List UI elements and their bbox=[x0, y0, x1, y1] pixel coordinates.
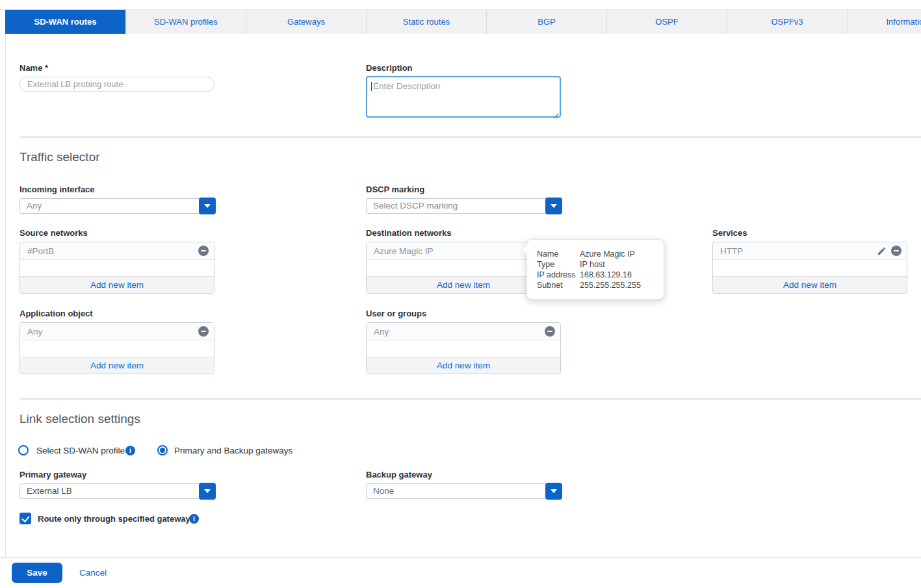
list-item: #PortB bbox=[20, 242, 214, 260]
tooltip-row-value: IP host bbox=[580, 259, 605, 270]
primary-gateway-label: Primary gateway bbox=[19, 470, 86, 480]
tab-bar: SD-WAN routes SD-WAN profiles Gateways S… bbox=[0, 9, 921, 34]
list-item-label: Azure Magic IP bbox=[374, 246, 545, 256]
radio-select-sdwan-profile[interactable] bbox=[18, 445, 29, 455]
cancel-button[interactable]: Cancel bbox=[79, 568, 107, 578]
chevron-down-icon[interactable] bbox=[199, 198, 216, 214]
edit-icon[interactable] bbox=[877, 246, 887, 256]
dscp-marking-dropdown[interactable]: Select DSCP marking bbox=[366, 198, 562, 214]
list-item: Any bbox=[20, 323, 214, 340]
source-networks-label: Source networks bbox=[19, 228, 88, 238]
route-only-checkbox-label[interactable]: Route only through specified gateways bbox=[38, 514, 195, 524]
tooltip-row-label: IP address bbox=[537, 270, 580, 280]
add-new-item-button[interactable]: Add new item bbox=[20, 357, 214, 374]
route-only-checkbox[interactable] bbox=[19, 513, 31, 524]
description-input[interactable] bbox=[366, 76, 561, 118]
resize-handle-icon[interactable] bbox=[553, 110, 559, 121]
name-input[interactable] bbox=[19, 77, 214, 92]
link-selection-heading: Link selection settings bbox=[19, 411, 140, 427]
dropdown-value: Any bbox=[19, 198, 201, 214]
user-or-groups-box: Any Add new item bbox=[366, 322, 561, 374]
tab-sdwan-routes[interactable]: SD-WAN routes bbox=[5, 10, 125, 34]
info-icon[interactable]: i bbox=[189, 514, 199, 524]
user-or-groups-label: User or groups bbox=[366, 309, 426, 319]
source-networks-box: #PortB Add new item bbox=[19, 242, 214, 294]
radio-label-sdwan-profile[interactable]: Select SD-WAN profile bbox=[36, 446, 125, 456]
remove-icon[interactable] bbox=[891, 246, 902, 256]
tab-sdwan-profiles[interactable]: SD-WAN profiles bbox=[125, 10, 246, 34]
list-item-label: HTTP bbox=[720, 246, 877, 256]
list-item-label: Any bbox=[374, 327, 545, 337]
tab-ospfv3[interactable]: OSPFv3 bbox=[727, 10, 847, 34]
incoming-interface-label: Incoming interface bbox=[19, 185, 95, 195]
backup-gateway-dropdown[interactable]: None bbox=[366, 483, 562, 500]
tab-bgp[interactable]: BGP bbox=[486, 10, 606, 34]
dropdown-value: External LB bbox=[19, 483, 201, 499]
section-divider bbox=[19, 398, 921, 400]
name-label: Name * bbox=[19, 63, 48, 73]
dropdown-value: None bbox=[366, 483, 547, 499]
list-item: Any bbox=[367, 323, 560, 340]
application-object-label: Application object bbox=[19, 309, 93, 319]
add-new-item-button[interactable]: Add new item bbox=[367, 357, 560, 374]
chevron-down-icon[interactable] bbox=[545, 198, 562, 214]
tab-information[interactable]: Information bbox=[847, 10, 921, 34]
save-button[interactable]: Save bbox=[12, 563, 62, 583]
services-label: Services bbox=[712, 228, 747, 238]
list-empty-area bbox=[20, 260, 214, 276]
panel-left-border bbox=[5, 34, 6, 557]
footer-divider bbox=[0, 557, 921, 558]
list-item: HTTP bbox=[713, 242, 907, 260]
host-details-tooltip: NameAzure Magic IP TypeIP host IP addres… bbox=[526, 239, 664, 300]
tab-static-routes[interactable]: Static routes bbox=[366, 10, 486, 34]
tab-gateways[interactable]: Gateways bbox=[246, 10, 366, 34]
tooltip-row-value: 255.255.255.255 bbox=[580, 280, 641, 290]
tooltip-row-label: Name bbox=[537, 249, 580, 259]
radio-label-primary-backup[interactable]: Primary and Backup gateways bbox=[174, 446, 292, 456]
traffic-selector-heading: Traffic selector bbox=[19, 149, 100, 165]
section-divider bbox=[19, 136, 921, 138]
remove-icon[interactable] bbox=[545, 326, 555, 337]
add-new-item-button[interactable]: Add new item bbox=[20, 276, 214, 293]
list-empty-area bbox=[20, 340, 214, 357]
list-item-label: #PortB bbox=[27, 246, 198, 256]
application-object-box: Any Add new item bbox=[19, 322, 214, 374]
dropdown-value: Select DSCP marking bbox=[366, 198, 547, 214]
tab-ospf[interactable]: OSPF bbox=[606, 10, 727, 34]
list-item-label: Any bbox=[27, 327, 198, 337]
remove-icon[interactable] bbox=[198, 326, 209, 337]
tooltip-row-label: Type bbox=[537, 259, 580, 270]
radio-primary-backup-gateways[interactable] bbox=[157, 445, 168, 455]
tooltip-row-label: Subnet bbox=[537, 280, 580, 290]
primary-gateway-dropdown[interactable]: External LB bbox=[19, 483, 216, 500]
backup-gateway-label: Backup gateway bbox=[366, 470, 432, 480]
text-cursor bbox=[371, 82, 372, 91]
info-icon[interactable]: i bbox=[125, 446, 135, 455]
sdwan-route-editor: SD-WAN routes SD-WAN profiles Gateways S… bbox=[0, 0, 921, 588]
incoming-interface-dropdown[interactable]: Any bbox=[19, 198, 216, 214]
chevron-down-icon[interactable] bbox=[199, 483, 216, 500]
dscp-marking-label: DSCP marking bbox=[366, 185, 424, 195]
tooltip-row-value: Azure Magic IP bbox=[580, 249, 635, 259]
list-empty-area bbox=[713, 260, 907, 276]
remove-icon[interactable] bbox=[198, 246, 209, 256]
add-new-item-button[interactable]: Add new item bbox=[713, 276, 907, 293]
tooltip-row-value: 168.63.129.16 bbox=[580, 270, 632, 280]
destination-networks-label: Destination networks bbox=[366, 228, 451, 238]
chevron-down-icon[interactable] bbox=[545, 483, 562, 500]
list-empty-area bbox=[367, 340, 560, 357]
services-box: HTTP Add new item bbox=[712, 242, 907, 294]
description-label: Description bbox=[366, 63, 413, 73]
